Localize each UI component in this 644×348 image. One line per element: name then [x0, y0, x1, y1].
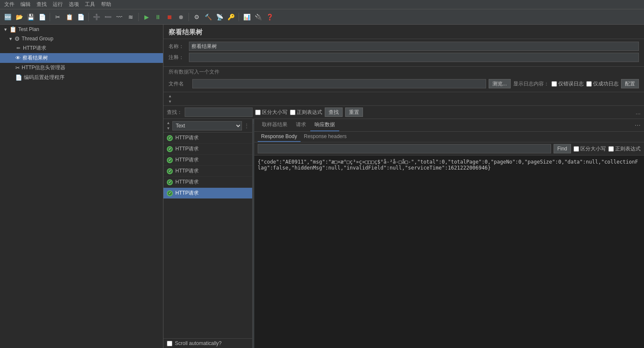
tab-response-data[interactable]: 响应数据	[310, 119, 339, 131]
sub-tab-response-body[interactable]: Response Body	[258, 132, 301, 142]
config-button[interactable]: 配置	[621, 79, 639, 88]
name-label: 名称：	[169, 43, 186, 50]
tab-sampler-result[interactable]: 取样器结果	[258, 119, 292, 131]
menubar: 文件 编辑 查找 运行 选项 工具 帮助	[0, 0, 644, 9]
success-log-checkbox-label[interactable]: 仅成功日志	[586, 80, 619, 88]
regex-checkbox-label[interactable]: 正则表达式	[290, 109, 322, 116]
case-checkbox-label[interactable]: 区分大小写	[255, 109, 287, 116]
scroll-down-btn[interactable]: ▼	[167, 99, 173, 104]
name-input[interactable]	[189, 42, 639, 51]
result-label-1: HTTP请求	[175, 134, 199, 141]
toolbar-copy[interactable]: 📋	[64, 12, 74, 22]
toolbar-stop[interactable]: ⏹	[164, 12, 174, 22]
toolbar-plugin[interactable]: 🔌	[253, 12, 263, 22]
success-log-label: 仅成功日志	[593, 80, 619, 88]
result-label-2: HTTP请求	[175, 145, 199, 153]
chevron-icon: ▼	[3, 27, 8, 32]
detail-panel: 取样器结果 请求 响应数据 ⋯ Response Body Response h…	[254, 119, 644, 348]
toolbar-approx[interactable]: ≋	[126, 12, 136, 22]
tree-item-view-results[interactable]: 👁 察看结果树	[0, 53, 163, 63]
toolbar-save[interactable]: 💾	[25, 12, 36, 22]
toolbar-chart[interactable]: 📊	[242, 12, 252, 22]
error-log-checkbox-label[interactable]: 仅错误日志	[551, 80, 584, 88]
error-log-checkbox[interactable]	[551, 81, 557, 87]
menu-tools[interactable]: 工具	[82, 0, 98, 8]
post-icon: 📄	[15, 74, 22, 81]
find-case-checkbox[interactable]	[574, 146, 579, 152]
find-regex-label[interactable]: 正则表达式	[608, 145, 641, 153]
tree-item-http-request-1[interactable]: ✏ HTTP请求	[0, 43, 163, 53]
toolbar-run[interactable]: ▶	[141, 12, 152, 22]
regex-checkbox[interactable]	[290, 110, 295, 115]
sep2	[88, 13, 89, 21]
green-check-icon-2	[167, 146, 173, 152]
browse-button[interactable]: 测览...	[489, 79, 511, 88]
comment-input[interactable]	[189, 53, 639, 62]
panel-drag-handle[interactable]: ⋮	[243, 122, 250, 129]
result-item-2[interactable]: HTTP请求	[163, 144, 252, 155]
content-area: ▲ ▼ Text JSON XML HTML ⋮ HTTP请求	[163, 119, 644, 348]
find-case-label[interactable]: 区分大小写	[574, 145, 606, 153]
tree-item-post-processor[interactable]: 📄 编码后置处理程序	[0, 73, 163, 82]
toolbar-settings[interactable]: ⚙	[191, 12, 202, 22]
result-label-6: HTTP请求	[175, 190, 199, 197]
menu-file[interactable]: 文件	[2, 0, 17, 8]
toolbar-help[interactable]: ❓	[264, 12, 275, 22]
toolbar-key[interactable]: 🔑	[226, 12, 236, 22]
list-down-btn[interactable]: ▼	[165, 126, 172, 131]
menu-edit[interactable]: 编辑	[18, 0, 33, 8]
toolbar: 🆕 📂 💾 📄 ✂ 📋 📄 ➕ ➖ 〰 ≋ ▶ ⏸ ⏹ ⏺ ⚙ 🔨 📡 🔑 📊 …	[0, 9, 644, 25]
success-log-checkbox[interactable]	[586, 81, 592, 87]
toolbar-saveas[interactable]: 📄	[37, 12, 47, 22]
green-check-icon-1	[167, 135, 173, 141]
menu-options[interactable]: 选项	[66, 0, 82, 8]
toolbar-new[interactable]: 🆕	[3, 12, 13, 22]
toolbar-build[interactable]: 🔨	[203, 12, 213, 22]
search-input[interactable]	[185, 108, 253, 117]
toolbar-tilde[interactable]: 〰	[114, 12, 124, 22]
reset-button[interactable]: 重置	[345, 108, 363, 117]
menu-run[interactable]: 运行	[50, 0, 65, 8]
result-item-1[interactable]: HTTP请求	[163, 133, 252, 144]
search-button[interactable]: 查找	[325, 108, 343, 117]
sub-tab-response-headers[interactable]: Response headers	[301, 132, 350, 142]
tabs-dots-menu[interactable]: ⋯	[635, 122, 641, 129]
result-item-6[interactable]: HTTP请求	[163, 188, 252, 199]
toolbar-open[interactable]: 📂	[14, 12, 24, 22]
tab-request[interactable]: 请求	[292, 119, 310, 131]
search-label: 查找：	[167, 109, 182, 116]
result-item-4[interactable]: HTTP请求	[163, 166, 252, 177]
list-up-btn[interactable]: ▲	[165, 120, 172, 125]
file-label: 文件名	[169, 80, 190, 88]
toolbar-network[interactable]: 📡	[214, 12, 225, 22]
menu-find[interactable]: 查找	[34, 0, 49, 8]
toolbar-record[interactable]: ⏺	[176, 12, 186, 22]
case-sensitive-checkbox[interactable]	[255, 110, 261, 115]
format-dropdown[interactable]: Text JSON XML HTML	[172, 121, 242, 130]
panel-title: 察看结果树	[169, 28, 202, 36]
toolbar-cut[interactable]: ✂	[53, 12, 63, 22]
tree-item-thread-group[interactable]: ▼ ⚙ Thread Group	[0, 34, 163, 43]
file-input[interactable]	[192, 79, 486, 88]
detail-search-input[interactable]	[258, 144, 551, 153]
tree-item-test-plan[interactable]: ▼ 📋 Test Plan	[0, 25, 163, 34]
scroll-auto-label[interactable]: Scroll automatically?	[175, 340, 222, 346]
toolbar-paste[interactable]: 📄	[76, 12, 86, 22]
tree-label-header-mgr: HTTP信息头管理器	[22, 64, 65, 71]
find-regex-checkbox[interactable]	[608, 146, 614, 152]
scroll-auto-checkbox[interactable]	[167, 341, 172, 346]
toolbar-pause[interactable]: ⏸	[153, 12, 163, 22]
toolbar-minus[interactable]: ➖	[103, 12, 113, 22]
dots-menu[interactable]: ...	[636, 109, 641, 116]
result-item-3[interactable]: HTTP请求	[163, 155, 252, 166]
error-log-label: 仅错误日志	[558, 80, 584, 88]
eye-icon: 👁	[15, 55, 21, 61]
toolbar-add[interactable]: ➕	[91, 12, 101, 22]
menu-help[interactable]: 帮助	[98, 0, 114, 8]
tree-item-http-header[interactable]: ✂ HTTP信息头管理器	[0, 63, 163, 73]
scroll-up-btn[interactable]: ▲	[167, 93, 173, 99]
name-row: 名称：	[169, 42, 639, 51]
green-check-icon-5	[167, 179, 173, 185]
result-item-5[interactable]: HTTP请求	[163, 177, 252, 188]
find-button[interactable]: Find	[554, 144, 571, 153]
